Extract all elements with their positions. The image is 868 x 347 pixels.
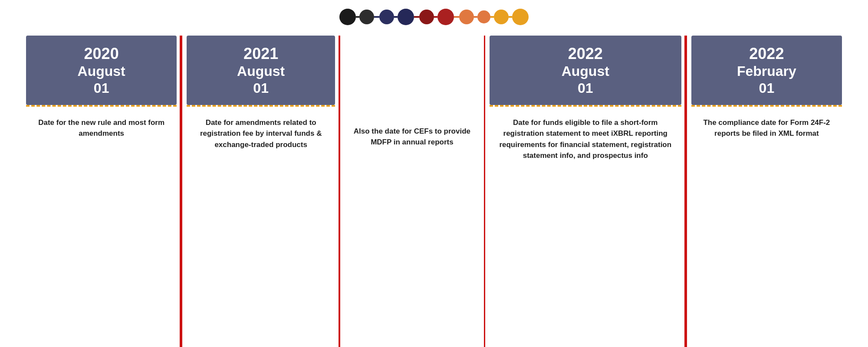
date-box-4: 2022 February 01 [691, 36, 842, 105]
day-1: 01 [30, 80, 172, 96]
year-4: 2022 [696, 44, 838, 63]
dot-4 [398, 9, 414, 25]
timeline-dots [339, 9, 529, 25]
year-1: 2020 [30, 44, 172, 63]
page-wrapper: 2020 August 01 Date for the new rule and… [0, 0, 868, 347]
day-2: 01 [191, 80, 331, 96]
dot-2 [359, 10, 374, 24]
connector-6 [454, 16, 459, 18]
desc-3: Date for funds eligible to file a short-… [490, 114, 681, 165]
desc-4: The compliance date for Form 24F-2 repor… [691, 114, 842, 143]
date-box-wrapper-1: 2020 August 01 [26, 36, 177, 114]
desc-2b: Also the date for CEFs to provide MDFP i… [345, 122, 480, 151]
column-2021-aug-b: 2021 August 01 Also the date for CEFs to… [340, 36, 484, 347]
date-box-wrapper-4: 2022 February 01 [691, 36, 842, 114]
date-box-3: 2022 August 01 [490, 36, 681, 105]
connector-8 [490, 16, 494, 18]
dot-5 [419, 10, 434, 24]
connector-4 [414, 16, 419, 18]
dot-8 [477, 10, 490, 23]
dot-10 [512, 9, 529, 25]
timeline-content: 2020 August 01 Date for the new rule and… [22, 36, 846, 347]
column-2022-feb: 2022 February 01 The compliance date for… [687, 36, 846, 347]
year-2: 2021 [191, 44, 331, 63]
date-box-wrapper-3: 2022 August 01 [490, 36, 681, 114]
connector-7 [474, 16, 477, 18]
month-1: August [30, 63, 172, 79]
date-box-2: 2021 August 01 [187, 36, 335, 105]
connector-2 [374, 16, 379, 18]
column-2021-aug-a: 2021 August 01 Date for amendments relat… [182, 36, 339, 347]
dot-1 [339, 9, 356, 25]
column-2022-aug: 2022 August 01 Date for funds eligible t… [485, 36, 686, 347]
dot-3 [379, 10, 394, 24]
connector-3 [394, 16, 398, 18]
date-box-1: 2020 August 01 [26, 36, 177, 105]
desc-1: Date for the new rule and most form amen… [26, 114, 177, 143]
connector-9 [509, 16, 512, 18]
desc-2a: Date for amendments related to registrat… [187, 114, 335, 154]
connector-5 [434, 16, 437, 18]
dot-7 [459, 10, 474, 24]
column-2021-aug-group: 2021 August 01 Date for amendments relat… [182, 36, 484, 347]
dot-9 [494, 10, 509, 24]
year-3: 2022 [494, 44, 677, 63]
day-4: 01 [696, 80, 838, 96]
connector-1 [356, 16, 359, 18]
dot-6 [437, 9, 454, 25]
month-3: August [494, 63, 677, 79]
date-box-wrapper-2: 2021 August 01 [187, 36, 335, 114]
day-3: 01 [494, 80, 677, 96]
column-2020-aug: 2020 August 01 Date for the new rule and… [22, 36, 181, 347]
month-2: August [191, 63, 331, 79]
month-4: February [696, 63, 838, 79]
